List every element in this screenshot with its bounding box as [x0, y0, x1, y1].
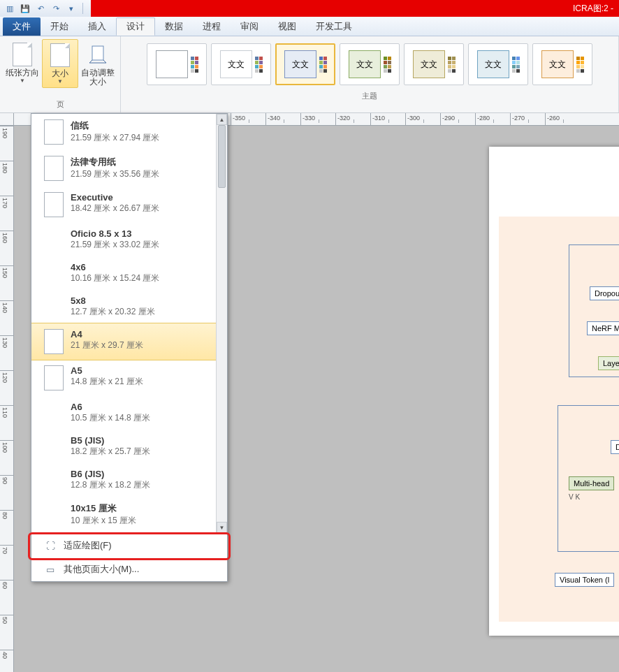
fit-drawing-label: 适应绘图(F) [64, 539, 112, 552]
page-setup-group: 纸张方向 ▼ 大小 ▼ 自动调整大小 页 [0, 36, 121, 112]
diagram-box-multihead[interactable]: Multi-head [569, 476, 614, 490]
theme-item-1[interactable]: 文文 [211, 43, 271, 85]
size-dimensions: 21.59 厘米 x 35.56 厘米 [71, 168, 159, 180]
tab-开发工具[interactable]: 开发工具 [306, 17, 362, 36]
size-item-B6 (JIS)[interactable]: B6 (JIS)12.8 厘米 x 18.2 厘米 [31, 463, 216, 497]
theme-item-0[interactable] [147, 43, 207, 85]
ruler-corner [0, 113, 14, 126]
size-item-法律专用纸[interactable]: 法律专用纸21.59 厘米 x 35.56 厘米 [31, 150, 216, 187]
size-item-Oficio 8.5 x 13[interactable]: Oficio 8.5 x 1321.59 厘米 x 33.02 厘米 [31, 223, 216, 256]
ribbon-tab-strip: 文件 开始插入设计数据进程审阅视图开发工具 [0, 17, 619, 36]
page-icon [44, 329, 64, 354]
size-name: 4x6 [71, 262, 159, 272]
orientation-button[interactable]: 纸张方向 ▼ [4, 39, 41, 87]
size-item-5x8[interactable]: 5x812.7 厘米 x 20.32 厘米 [31, 290, 216, 323]
size-dimensions: 12.8 厘米 x 18.2 厘米 [71, 479, 150, 491]
page-icon [44, 192, 64, 217]
qat-dropdown-icon[interactable]: ▾ [66, 3, 77, 14]
size-name: A5 [71, 365, 143, 376]
size-name: 10x15 厘米 [71, 502, 136, 515]
tab-审阅[interactable]: 审阅 [231, 17, 268, 36]
size-dimensions: 18.42 厘米 x 26.67 厘米 [71, 203, 159, 214]
size-item-信纸[interactable]: 信纸21.59 厘米 x 27.94 厘米 [31, 114, 216, 150]
undo-icon[interactable]: ↶ [35, 3, 46, 14]
size-dimensions: 21.59 厘米 x 33.02 厘米 [71, 239, 159, 251]
size-dimensions: 10 厘米 x 15 厘米 [71, 515, 136, 527]
size-name: B5 (JIS) [71, 435, 150, 446]
diagram-box-nerf[interactable]: NeRF M [587, 321, 619, 335]
tab-视图[interactable]: 视图 [268, 17, 306, 36]
diagram-box-layer[interactable]: Layer [598, 356, 619, 370]
qat-divider [82, 3, 83, 14]
diagram-box-visual-token[interactable]: Visual Token (l [555, 573, 614, 587]
autofit-label-1: 自动调整 [81, 68, 115, 78]
size-dimensions: 18.2 厘米 x 25.7 厘米 [71, 446, 150, 458]
size-item-4x6[interactable]: 4x610.16 厘米 x 15.24 厘米 [31, 256, 216, 290]
scroll-up-icon[interactable]: ▲ [217, 114, 227, 125]
theme-item-2[interactable]: 文文 [275, 43, 335, 85]
document-title: ICRA图:2 - [573, 3, 613, 15]
size-dimensions: 10.5 厘米 x 14.8 厘米 [71, 412, 150, 424]
diagram-vk-label: V K [569, 493, 580, 501]
size-button[interactable]: 大小 ▼ [42, 39, 78, 88]
size-dimensions: 21.59 厘米 x 27.94 厘米 [71, 132, 159, 144]
page-icon [44, 156, 64, 181]
dropdown-scrollbar[interactable]: ▲ ▼ [216, 114, 227, 533]
size-name: Oficio 8.5 x 13 [71, 228, 159, 239]
diagram-box-dro[interactable]: Dro [611, 440, 619, 454]
vertical-ruler: 1901801701601501401301201101009080706050… [0, 126, 14, 672]
size-dimensions: 10.16 厘米 x 15.24 厘米 [71, 272, 159, 284]
theme-item-3[interactable]: 文文 [340, 43, 400, 85]
size-item-10x15 厘米[interactable]: 10x15 厘米10 厘米 x 15 厘米 [31, 497, 216, 532]
size-name: B6 (JIS) [71, 469, 150, 479]
theme-item-4[interactable]: 文文 [404, 43, 464, 85]
tab-设计[interactable]: 设计 [116, 17, 155, 36]
more-page-sizes-command[interactable]: ▭ 其他页面大小(M)... [31, 557, 227, 581]
page-icon [44, 365, 64, 390]
tab-数据[interactable]: 数据 [155, 17, 193, 36]
chevron-down-icon: ▼ [57, 78, 63, 85]
theme-item-6[interactable]: 文文 [532, 43, 592, 85]
title-bar: ▥ 💾 ↶ ↷ ▾ ICRA图:2 - [0, 0, 619, 17]
size-item-A6[interactable]: A610.5 厘米 x 14.8 厘米 [31, 396, 216, 430]
size-dropdown: 信纸21.59 厘米 x 27.94 厘米法律专用纸21.59 厘米 x 35.… [31, 113, 228, 582]
size-name: 信纸 [71, 119, 159, 132]
size-item-A4[interactable]: A421 厘米 x 29.7 厘米 [31, 323, 217, 360]
scroll-thumb[interactable] [218, 125, 226, 188]
tab-开始[interactable]: 开始 [41, 17, 78, 36]
autofit-button[interactable]: 自动调整大小 [80, 39, 116, 89]
ribbon: 纸张方向 ▼ 大小 ▼ 自动调整大小 页 文文文文文文文文文文文文 主题 [0, 36, 619, 113]
page-icon [44, 119, 64, 145]
more-page-sizes-label: 其他页面大小(M)... [64, 563, 139, 576]
theme-gallery[interactable]: 文文文文文文文文文文文文 [143, 39, 597, 89]
theme-item-5[interactable]: 文文 [468, 43, 528, 85]
size-name: Executive [71, 192, 159, 203]
themes-group: 文文文文文文文文文文文文 主题 [121, 36, 619, 112]
size-dimensions: 21 厘米 x 29.7 厘米 [71, 339, 143, 351]
fit-drawing-command[interactable]: ⛶ 适应绘图(F) [31, 534, 227, 557]
page-icon: ▭ [44, 563, 57, 576]
size-item-Executive[interactable]: Executive18.42 厘米 x 26.67 厘米 [31, 187, 216, 223]
file-tab[interactable]: 文件 [3, 17, 41, 36]
chevron-down-icon: ▼ [20, 78, 25, 84]
tab-插入[interactable]: 插入 [78, 17, 116, 36]
scroll-down-icon[interactable]: ▼ [217, 522, 227, 533]
tab-进程[interactable]: 进程 [193, 17, 231, 36]
autofit-label-2: 大小 [89, 77, 106, 87]
size-item-B5 (JIS)[interactable]: B5 (JIS)18.2 厘米 x 25.7 厘米 [31, 430, 216, 463]
size-dimensions: 14.8 厘米 x 21 厘米 [71, 376, 143, 388]
size-item-A5[interactable]: A514.8 厘米 x 21 厘米 [31, 360, 216, 396]
save-icon[interactable]: 💾 [20, 3, 31, 14]
drawing-page[interactable]: Dropout, NeRF M Layer Dro Multi-head V K… [489, 147, 619, 636]
fit-icon: ⛶ [44, 539, 57, 552]
size-name: A6 [71, 402, 150, 412]
redo-icon[interactable]: ↷ [50, 3, 61, 14]
quick-access-toolbar: ▥ 💾 ↶ ↷ ▾ [0, 3, 89, 14]
diagram-background: Dropout, NeRF M Layer Dro Multi-head V K… [499, 217, 619, 622]
themes-group-label: 主题 [125, 89, 614, 104]
diagram-box-dropout[interactable]: Dropout, [590, 286, 619, 300]
size-name: 5x8 [71, 295, 155, 306]
size-name: 法律专用纸 [71, 156, 159, 168]
app-icon: ▥ [4, 3, 15, 14]
size-label: 大小 [52, 69, 68, 78]
